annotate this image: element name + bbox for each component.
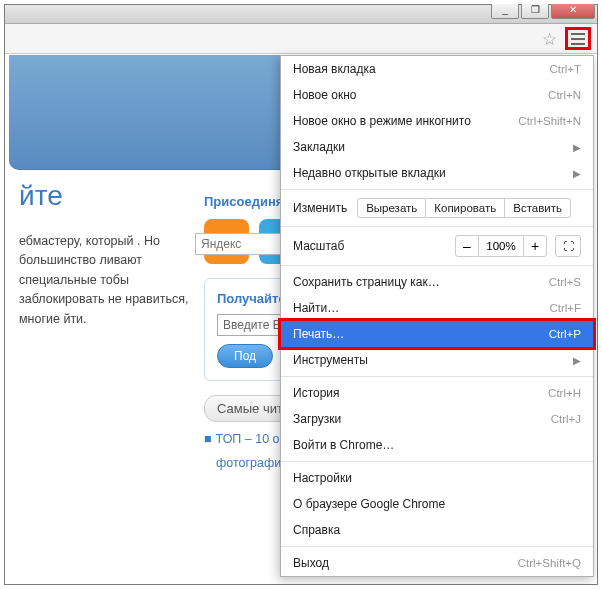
edit-row: Изменить Вырезать Копировать Вставить: [281, 193, 593, 223]
close-button[interactable]: ✕: [551, 1, 595, 19]
menu-item[interactable]: Новая вкладкаCtrl+T: [281, 56, 593, 82]
menu-item[interactable]: Инструменты▶: [281, 347, 593, 373]
menu-item[interactable]: Печать…Ctrl+P: [278, 318, 596, 350]
subscribe-button[interactable]: Под: [217, 344, 273, 368]
menu-item[interactable]: Войти в Chrome…: [281, 432, 593, 458]
menu-shortcut: Ctrl+P: [549, 328, 581, 340]
menu-item[interactable]: О браузере Google Chrome: [281, 491, 593, 517]
menu-item[interactable]: ЗагрузкиCtrl+J: [281, 406, 593, 432]
menu-item-label: Выход: [293, 556, 329, 570]
menu-item-label: Инструменты: [293, 353, 368, 367]
menu-separator: [281, 376, 593, 377]
menu-item-label: Справка: [293, 523, 340, 537]
menu-item-label: Новое окно: [293, 88, 357, 102]
menu-item[interactable]: ВыходCtrl+Shift+Q: [281, 550, 593, 576]
menu-item[interactable]: Новое окноCtrl+N: [281, 82, 593, 108]
menu-item-label: Новая вкладка: [293, 62, 376, 76]
menu-item-label: Закладки: [293, 140, 345, 154]
menu-separator: [281, 546, 593, 547]
menu-item-label: Сохранить страницу как…: [293, 275, 440, 289]
menu-item[interactable]: Закладки▶: [281, 134, 593, 160]
page-title: йте: [19, 180, 191, 212]
menu-item[interactable]: Справка: [281, 517, 593, 543]
main-menu-button[interactable]: [565, 27, 591, 50]
titlebar: _ ❐ ✕: [5, 5, 597, 24]
menu-separator: [281, 226, 593, 227]
menu-item-label: Печать…: [293, 327, 344, 341]
menu-shortcut: Ctrl+N: [548, 89, 581, 101]
menu-item-label: Новое окно в режиме инкогнито: [293, 114, 471, 128]
menu-shortcut: Ctrl+S: [549, 276, 581, 288]
menu-item-label: Войти в Chrome…: [293, 438, 394, 452]
zoom-value: 100%: [479, 235, 523, 257]
browser-window: _ ❐ ✕ ☆ йте ебмастеру, который . Но боль…: [4, 4, 598, 585]
maximize-button[interactable]: ❐: [521, 1, 549, 19]
copy-button[interactable]: Копировать: [426, 198, 505, 218]
menu-item[interactable]: Настройки: [281, 465, 593, 491]
minimize-button[interactable]: _: [491, 1, 519, 19]
menu-item-label: Недавно открытые вкладки: [293, 166, 446, 180]
menu-separator: [281, 265, 593, 266]
cut-button[interactable]: Вырезать: [357, 198, 426, 218]
menu-item-label: История: [293, 386, 340, 400]
body-text: ебмастеру, который . Но большинство лива…: [19, 232, 189, 329]
menu-item[interactable]: ИсторияCtrl+H: [281, 380, 593, 406]
paste-button[interactable]: Вставить: [505, 198, 571, 218]
menu-item-label: Найти…: [293, 301, 339, 315]
search-input[interactable]: [195, 233, 285, 255]
chevron-right-icon: ▶: [573, 355, 581, 366]
menu-item[interactable]: Новое окно в режиме инкогнитоCtrl+Shift+…: [281, 108, 593, 134]
zoom-label: Масштаб: [293, 239, 455, 253]
menu-item[interactable]: Сохранить страницу как…Ctrl+S: [281, 269, 593, 295]
menu-shortcut: Ctrl+J: [551, 413, 581, 425]
chevron-right-icon: ▶: [573, 142, 581, 153]
menu-shortcut: Ctrl+Shift+N: [518, 115, 581, 127]
menu-item[interactable]: Недавно открытые вкладки▶: [281, 160, 593, 186]
menu-shortcut: Ctrl+T: [549, 63, 581, 75]
menu-separator: [281, 189, 593, 190]
zoom-row: Масштаб – 100% + ⛶: [281, 230, 593, 262]
menu-item-label: Настройки: [293, 471, 352, 485]
menu-shortcut: Ctrl+F: [549, 302, 581, 314]
chevron-right-icon: ▶: [573, 168, 581, 179]
address-bar: ☆: [5, 24, 597, 54]
zoom-in-button[interactable]: +: [523, 235, 547, 257]
menu-shortcut: Ctrl+Shift+Q: [518, 557, 581, 569]
edit-label: Изменить: [293, 201, 347, 215]
menu-separator: [281, 461, 593, 462]
menu-item-label: О браузере Google Chrome: [293, 497, 445, 511]
bookmark-star-icon[interactable]: ☆: [542, 29, 557, 50]
fullscreen-button[interactable]: ⛶: [555, 235, 581, 257]
zoom-out-button[interactable]: –: [455, 235, 479, 257]
menu-shortcut: Ctrl+H: [548, 387, 581, 399]
menu-item-label: Загрузки: [293, 412, 341, 426]
main-menu: Новая вкладкаCtrl+TНовое окноCtrl+NНовое…: [280, 55, 594, 577]
